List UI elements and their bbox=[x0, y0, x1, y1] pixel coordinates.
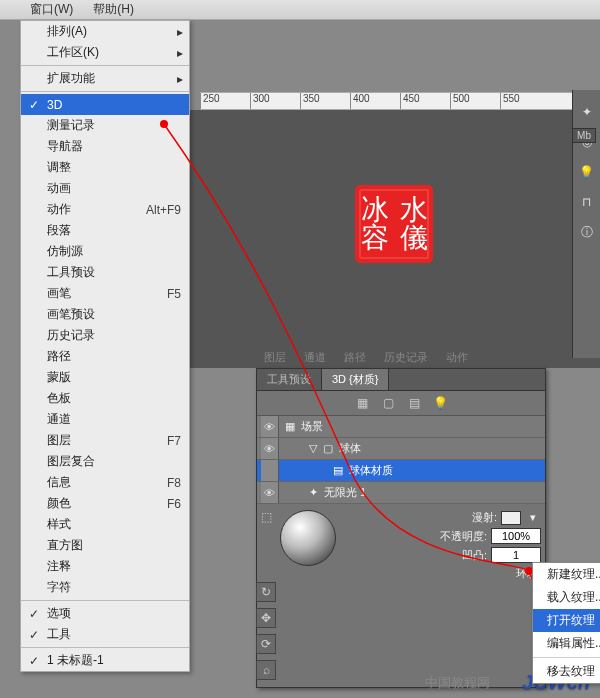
bump-label: 凹凸: bbox=[462, 548, 487, 563]
mb-label: Mb bbox=[572, 128, 596, 143]
window-menu-dropdown: 排列(A)▸ 工作区(K)▸ 扩展功能▸ ✓3D 测量记录 导航器 调整 动画 … bbox=[20, 20, 190, 672]
ctx-load-texture[interactable]: 载入纹理... bbox=[533, 586, 600, 609]
opacity-input[interactable] bbox=[491, 528, 541, 544]
cube-icon[interactable]: ⬚ bbox=[261, 510, 272, 524]
chevron-right-icon: ▸ bbox=[177, 72, 183, 86]
menu-swatches[interactable]: 色板 bbox=[21, 388, 189, 409]
menubar: 窗口(W) 帮助(H) bbox=[0, 0, 600, 20]
3d-tool-icons: ↻ ✥ ⟳ ⌕ bbox=[256, 582, 276, 680]
bg-tab-layers[interactable]: 图层 bbox=[256, 348, 294, 367]
ctx-new-texture[interactable]: 新建纹理... bbox=[533, 563, 600, 586]
menu-animation[interactable]: 动画 bbox=[21, 178, 189, 199]
menu-brush[interactable]: 画笔F5 bbox=[21, 283, 189, 304]
annotation-dot bbox=[160, 120, 168, 128]
magnet-icon[interactable]: ⊓ bbox=[579, 194, 595, 210]
check-icon: ✓ bbox=[29, 628, 39, 642]
eye-icon[interactable]: 👁 bbox=[261, 438, 279, 459]
opacity-label: 不透明度: bbox=[440, 529, 487, 544]
pan-icon[interactable]: ✥ bbox=[256, 608, 276, 628]
ctx-open-texture[interactable]: 打开纹理 bbox=[533, 609, 600, 632]
tab-3d-material[interactable]: 3D {材质} bbox=[322, 369, 389, 390]
3d-panel: 工具预设 3D {材质} ▦ ▢ ▤ 💡 👁 ▦场景 👁 ▽▢球体 ▤球体材质 … bbox=[256, 368, 546, 688]
menu-navigator[interactable]: 导航器 bbox=[21, 136, 189, 157]
menu-history[interactable]: 历史记录 bbox=[21, 325, 189, 346]
menu-color[interactable]: 颜色F6 bbox=[21, 493, 189, 514]
compass-icon[interactable]: ✦ bbox=[579, 104, 595, 120]
menu-character[interactable]: 字符 bbox=[21, 577, 189, 598]
menu-tool-presets[interactable]: 工具预设 bbox=[21, 262, 189, 283]
orbit-icon[interactable]: ↻ bbox=[256, 582, 276, 602]
menu-masks[interactable]: 蒙版 bbox=[21, 367, 189, 388]
menu-help[interactable]: 帮助(H) bbox=[83, 0, 144, 20]
bg-tab-paths[interactable]: 路径 bbox=[336, 348, 374, 367]
chevron-right-icon: ▸ bbox=[177, 46, 183, 60]
menu-extensions[interactable]: 扩展功能▸ bbox=[21, 68, 189, 89]
bg-tab-channels[interactable]: 通道 bbox=[296, 348, 334, 367]
menu-brush-presets[interactable]: 画笔预设 bbox=[21, 304, 189, 325]
menu-arrange[interactable]: 排列(A)▸ bbox=[21, 21, 189, 42]
scene-filter-icon[interactable]: ▦ bbox=[354, 395, 370, 411]
menu-paths[interactable]: 路径 bbox=[21, 346, 189, 367]
scene-row-sphere[interactable]: 👁 ▽▢球体 bbox=[257, 438, 545, 460]
3d-panel-filter-icons: ▦ ▢ ▤ 💡 bbox=[257, 391, 545, 416]
info-icon[interactable]: ⓘ bbox=[579, 224, 595, 240]
menu-paragraph[interactable]: 段落 bbox=[21, 220, 189, 241]
horizontal-ruler: 250 300 350 400 450 500 550 bbox=[200, 92, 600, 110]
seal-stamp: 冰水容儀 bbox=[355, 185, 433, 263]
scene-tree: 👁 ▦场景 👁 ▽▢球体 ▤球体材质 👁 ✦无限光 1 bbox=[257, 416, 545, 504]
watermark-chinese: 中国教程网 bbox=[425, 674, 490, 692]
eye-icon[interactable]: 👁 bbox=[261, 416, 279, 437]
menu-workspace[interactable]: 工作区(K)▸ bbox=[21, 42, 189, 63]
canvas-area[interactable]: 冰水容儀 bbox=[190, 110, 600, 368]
bg-tab-actions[interactable]: 动作 bbox=[438, 348, 476, 367]
scene-row-scene[interactable]: 👁 ▦场景 bbox=[257, 416, 545, 438]
menu-tools[interactable]: ✓工具 bbox=[21, 624, 189, 645]
ctx-edit-props[interactable]: 编辑属性... bbox=[533, 632, 600, 655]
menu-layer-comps[interactable]: 图层复合 bbox=[21, 451, 189, 472]
menu-window[interactable]: 窗口(W) bbox=[20, 0, 83, 20]
diffuse-label: 漫射: bbox=[472, 510, 497, 525]
material-filter-icon[interactable]: ▤ bbox=[406, 395, 422, 411]
bulb-icon[interactable]: 💡 bbox=[579, 164, 595, 180]
check-icon: ✓ bbox=[29, 654, 39, 668]
menu-layers[interactable]: 图层F7 bbox=[21, 430, 189, 451]
mesh-filter-icon[interactable]: ▢ bbox=[380, 395, 396, 411]
menu-actions[interactable]: 动作Alt+F9 bbox=[21, 199, 189, 220]
check-icon: ✓ bbox=[29, 98, 39, 112]
check-icon: ✓ bbox=[29, 607, 39, 621]
menu-clone-source[interactable]: 仿制源 bbox=[21, 241, 189, 262]
bg-tab-history[interactable]: 历史记录 bbox=[376, 348, 436, 367]
eye-icon[interactable]: 👁 bbox=[261, 482, 279, 503]
texture-context-menu: 新建纹理... 载入纹理... 打开纹理 编辑属性... 移去纹理 bbox=[532, 562, 600, 684]
menu-adjust[interactable]: 调整 bbox=[21, 157, 189, 178]
menu-histogram[interactable]: 直方图 bbox=[21, 535, 189, 556]
ctx-remove-texture[interactable]: 移去纹理 bbox=[533, 660, 600, 683]
chevron-right-icon: ▸ bbox=[177, 25, 183, 39]
menu-3d[interactable]: ✓3D bbox=[21, 94, 189, 115]
material-preview-sphere bbox=[280, 510, 336, 566]
background-panel-tabs: 图层 通道 路径 历史记录 动作 bbox=[256, 348, 476, 367]
menu-notes[interactable]: 注释 bbox=[21, 556, 189, 577]
scene-row-sphere-material[interactable]: ▤球体材质 bbox=[257, 460, 545, 482]
tab-tool-presets[interactable]: 工具预设 bbox=[257, 369, 322, 390]
zoom-icon[interactable]: ⌕ bbox=[256, 660, 276, 680]
bump-input[interactable] bbox=[491, 547, 541, 563]
eye-icon[interactable] bbox=[261, 460, 279, 481]
roll-icon[interactable]: ⟳ bbox=[256, 634, 276, 654]
diffuse-menu-icon[interactable]: ▾ bbox=[525, 511, 541, 524]
menu-options[interactable]: ✓选项 bbox=[21, 603, 189, 624]
light-filter-icon[interactable]: 💡 bbox=[432, 395, 448, 411]
menu-info[interactable]: 信息F8 bbox=[21, 472, 189, 493]
diffuse-swatch[interactable] bbox=[501, 511, 521, 525]
menu-untitled-1[interactable]: ✓1 未标题-1 bbox=[21, 650, 189, 671]
scene-row-infinite-light[interactable]: 👁 ✦无限光 1 bbox=[257, 482, 545, 504]
menu-styles[interactable]: 样式 bbox=[21, 514, 189, 535]
menu-channels[interactable]: 通道 bbox=[21, 409, 189, 430]
